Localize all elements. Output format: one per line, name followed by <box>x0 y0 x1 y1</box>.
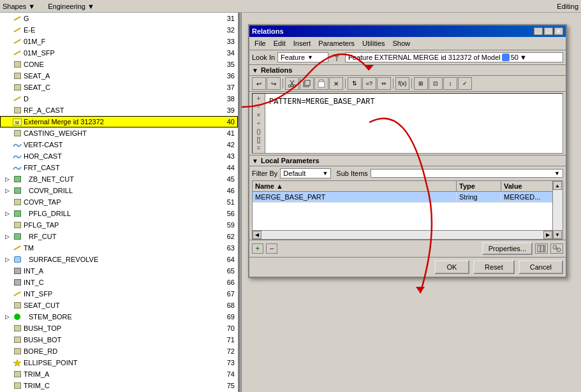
list-item[interactable]: G 31 <box>0 13 238 24</box>
feature-icon <box>12 185 22 196</box>
feature-icon <box>12 48 22 58</box>
list-item[interactable]: BUSH_TOP 70 <box>0 323 238 334</box>
list-item[interactable]: TM 63 <box>0 242 238 254</box>
list-item[interactable]: D 38 <box>0 93 238 105</box>
list-item[interactable]: 01M_F 33 <box>0 36 238 47</box>
utilities-menu[interactable]: Utilities <box>360 38 387 48</box>
type-col-header[interactable]: Type <box>457 181 501 191</box>
add-param-button[interactable]: + <box>252 243 263 254</box>
times-op[interactable]: × <box>254 112 263 119</box>
undo-button[interactable]: ↩ <box>252 77 266 90</box>
minus-op[interactable]: - <box>254 103 263 110</box>
wrap-button[interactable]: ⊞ <box>414 77 428 90</box>
list-item-selected[interactable]: M External Merge id 312372 40 <box>0 116 238 127</box>
h-scrollbar[interactable]: ◀ ▶ <box>253 230 552 239</box>
engineering-menu[interactable]: Engineering ▼ <box>48 3 94 10</box>
paste-button[interactable] <box>314 77 328 90</box>
list-item[interactable]: HOR_CAST 43 <box>0 150 238 162</box>
lookin-dropdown[interactable]: Feature ▼ <box>277 52 328 62</box>
delete-button[interactable]: ✕ <box>329 77 343 90</box>
params-bottom-toolbar: + − Properties... <box>249 240 566 257</box>
svg-point-2 <box>288 85 291 87</box>
list-item[interactable]: ▷ SURFACE_REVOLVE 64 <box>0 254 238 265</box>
insert-menu[interactable]: Insert <box>291 38 314 48</box>
list-item[interactable]: PFLG_TAP 59 <box>0 219 238 231</box>
filter-by-label: Filter By <box>252 170 277 177</box>
scroll-down-btn[interactable]: ▼ <box>553 230 562 239</box>
sort-button[interactable]: ⇅ <box>348 77 362 90</box>
filter-icon[interactable] <box>332 53 341 62</box>
list-item[interactable]: ELLIPSE_POINT 73 <box>0 357 238 368</box>
list-item[interactable]: COVR_TAP 51 <box>0 196 238 208</box>
name-col-header[interactable]: Name ▲ <box>253 181 457 191</box>
list-item[interactable]: CONE 35 <box>0 59 238 70</box>
copy-button[interactable] <box>300 77 314 90</box>
relation-text-area[interactable]: PATTERN=MERGE_BASE_PART <box>265 94 563 153</box>
expand-icon <box>3 324 11 332</box>
list-item[interactable]: RF_A_CAST 39 <box>0 105 238 116</box>
list-item[interactable]: 01M_SFP 34 <box>0 47 238 59</box>
tool1-button[interactable]: ⊡ <box>429 77 443 90</box>
list-item[interactable]: ▷ PFLG_DRILL 56 <box>0 208 238 219</box>
list-item[interactable]: SEAT_A 36 <box>0 70 238 82</box>
cancel-button[interactable]: Cancel <box>518 260 563 274</box>
list-item[interactable]: SEAT_CUT 68 <box>0 300 238 311</box>
list-item[interactable]: INT_SFP 67 <box>0 288 238 300</box>
list-item[interactable]: E-E 32 <box>0 24 238 36</box>
filter-icon-btn[interactable] <box>550 243 563 254</box>
sub-items-dropdown[interactable]: ▼ <box>371 169 563 178</box>
feature-icon <box>12 369 22 379</box>
list-item[interactable]: ▷ COVR_DRILL 46 <box>0 185 238 196</box>
table-row[interactable]: MERGE_BASE_PART String MERGED... <box>253 192 552 203</box>
tool2-button[interactable]: ↕ <box>443 77 457 90</box>
scroll-up-btn[interactable]: ▲ <box>553 181 562 190</box>
function-button[interactable]: f(x) <box>395 77 409 90</box>
edit-menu[interactable]: Edit <box>271 38 288 48</box>
minimize-button[interactable]: _ <box>534 27 543 35</box>
redo-button[interactable]: ↪ <box>267 77 281 90</box>
list-item[interactable]: BORE_RD 72 <box>0 345 238 357</box>
paren-op[interactable]: () <box>254 128 263 135</box>
divide-op[interactable]: ÷ <box>254 120 263 127</box>
parameters-menu[interactable]: Parameters <box>316 38 357 48</box>
list-item[interactable]: VERT-CAST 42 <box>0 139 238 150</box>
scroll-right-btn[interactable]: ▶ <box>543 231 552 239</box>
expand-icon <box>3 198 11 206</box>
bracket-op[interactable]: [] <box>254 136 263 143</box>
list-item[interactable]: ▷ STEM_BORE 69 <box>0 311 238 323</box>
list-item[interactable]: FRT_CAST 44 <box>0 162 238 173</box>
list-item[interactable]: TRIM_A 74 <box>0 368 238 380</box>
equals-op[interactable]: = <box>254 145 263 152</box>
value-col-header[interactable]: Value <box>501 181 552 191</box>
show-menu[interactable]: Show <box>390 38 413 48</box>
equal-button[interactable]: =? <box>362 77 376 90</box>
list-item[interactable]: SEAT_C 37 <box>0 82 238 93</box>
columns-icon[interactable] <box>535 243 548 254</box>
list-item[interactable]: TRIM_C 75 <box>0 380 238 391</box>
plus-op[interactable]: + <box>254 95 263 102</box>
close-button[interactable]: × <box>554 27 563 35</box>
shapes-menu[interactable]: Shapes ▼ <box>3 3 35 10</box>
expand-icon <box>3 72 11 80</box>
expand-icon <box>3 61 11 68</box>
local-params-arrow[interactable]: ▼ <box>252 157 258 164</box>
maximize-button[interactable]: □ <box>544 27 553 35</box>
properties-button[interactable]: Properties... <box>482 242 533 255</box>
reset-button[interactable]: Reset <box>473 260 515 274</box>
scroll-left-btn[interactable]: ◀ <box>253 231 261 239</box>
feature-icon <box>12 335 22 345</box>
filter-dropdown[interactable]: Default ▼ <box>280 168 331 178</box>
list-item[interactable]: ▷ ZB_NET_CUT 45 <box>0 173 238 185</box>
tool3-button[interactable]: ✓ <box>458 77 472 90</box>
list-item[interactable]: BUSH_BOT 71 <box>0 334 238 345</box>
list-item[interactable]: INT_A 65 <box>0 265 238 277</box>
ok-button[interactable]: OK <box>434 260 469 274</box>
delete-param-button[interactable]: − <box>266 243 277 254</box>
list-item[interactable]: CASTING_WEIGHT 41 <box>0 127 238 139</box>
arrow-button[interactable]: ⇔ <box>377 77 391 90</box>
list-item[interactable]: INT_C 66 <box>0 277 238 288</box>
section-collapse-arrow[interactable]: ▼ <box>252 67 258 74</box>
file-menu[interactable]: File <box>252 38 268 48</box>
cut-button[interactable] <box>285 77 299 90</box>
list-item[interactable]: ▷ RF_CUT 62 <box>0 231 238 242</box>
